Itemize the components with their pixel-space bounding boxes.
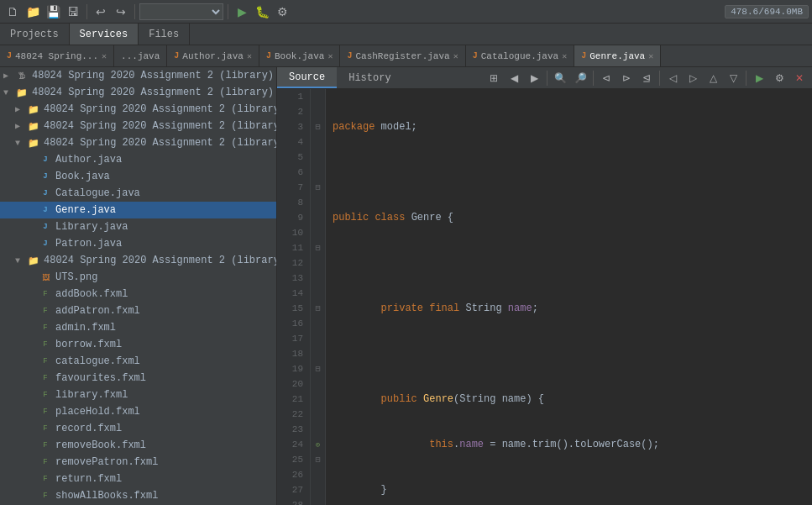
line-num: 24 (284, 437, 303, 452)
debug-button[interactable]: 🐛 (253, 3, 271, 21)
gutter-cell (311, 89, 325, 104)
list-item[interactable]: J Genre.java (0, 202, 276, 218)
find-prev-btn[interactable]: ⊴ (637, 69, 656, 87)
code-editor[interactable]: 1 2 3 4 5 6 7 8 9 10 11 12 13 14 15 16 1… (277, 89, 812, 505)
code-content[interactable]: package model; public class Genre { priv… (326, 89, 812, 505)
code-line: private final String name; (333, 301, 805, 316)
gutter-cell (311, 104, 325, 119)
gutter-cell-fold[interactable]: ⊟ (311, 361, 325, 376)
editor-area: Source History ⊞ ◀ ▶ 🔍 🔎 ⊲ ⊳ ⊴ ◁ ▷ △ (277, 67, 812, 505)
list-item[interactable]: F borrow.fxml (0, 336, 276, 353)
file-tab-project[interactable]: J 48024 Spring... ✕ (0, 45, 114, 66)
close-tab-genre[interactable]: ✕ (648, 51, 653, 61)
list-item[interactable]: F return.fxml (0, 471, 276, 487)
list-item[interactable]: J Author.java (0, 151, 276, 168)
tab-services[interactable]: Services (70, 24, 139, 45)
toggle-bookmarks-btn[interactable]: ⊞ (485, 69, 503, 87)
list-item[interactable]: F addPatron.fxml (0, 302, 276, 319)
save-button[interactable]: 💾 (44, 3, 62, 21)
gutter-cell (311, 497, 325, 505)
gutter-cell-fold[interactable]: ⊟ (311, 180, 325, 195)
list-item[interactable]: J Library.java (0, 218, 276, 235)
zoom-in-btn[interactable]: 🔍 (551, 69, 569, 87)
list-item[interactable]: J Patron.java (0, 235, 276, 252)
save-all-button[interactable]: 🖫 (64, 3, 82, 21)
file-tab-cashregister[interactable]: J CashRegister.java ✕ (340, 45, 465, 66)
nav-left-btn[interactable]: ◁ (663, 69, 682, 87)
gutter-cell-fold[interactable]: ⊟ (311, 301, 325, 316)
list-item[interactable]: ▶ 📁 48024 Spring 2020 Assignment 2 (libr… (0, 101, 276, 118)
new-button[interactable]: 🗋 (3, 3, 22, 21)
list-item[interactable]: F removePatron.fxml (0, 454, 276, 471)
nav-down-btn[interactable]: ▽ (724, 69, 742, 87)
nav-up-btn[interactable]: △ (704, 69, 722, 87)
close-tab-catalogue[interactable]: ✕ (562, 51, 567, 61)
gutter-cell (311, 422, 325, 437)
tree-item-label: record.fxml (55, 423, 122, 434)
line-num: 16 (284, 316, 303, 331)
list-item[interactable]: ▶ 🗜 48024 Spring 2020 Assignment 2 (libr… (0, 67, 276, 84)
tab-source[interactable]: Source (277, 67, 337, 88)
list-item[interactable]: F library.fxml (0, 387, 276, 403)
java-file-icon: J (39, 237, 52, 250)
list-item[interactable]: ▶ 📁 48024 Spring 2020 Assignment 2 (libr… (0, 118, 276, 134)
tab-history[interactable]: History (337, 67, 402, 88)
open-button[interactable]: 📁 (24, 3, 42, 21)
nav-right-btn[interactable]: ▷ (684, 69, 702, 87)
run-config-combo[interactable] (139, 3, 223, 20)
list-item[interactable]: F showAllBooks.fxml (0, 487, 276, 504)
find-btn[interactable]: ⊲ (597, 69, 616, 87)
list-item[interactable]: F removeBook.fxml (0, 437, 276, 454)
run-editor-btn[interactable]: ▶ (750, 69, 768, 87)
gutter-cell-fold[interactable]: ⊟ (311, 240, 325, 255)
tree-item-label: Patron.java (55, 238, 122, 250)
file-tab-dots[interactable]: ...java (114, 45, 167, 66)
list-item[interactable]: 🖼 UTS.png (0, 269, 276, 286)
gutter-cell (311, 271, 325, 286)
tab-files[interactable]: Files (139, 24, 190, 45)
file-tab-catalogue[interactable]: J Catalogue.java ✕ (466, 45, 574, 66)
file-tab-author[interactable]: J Author.java ✕ (167, 45, 259, 66)
list-item[interactable]: F favourites.fxml (0, 370, 276, 387)
build-button[interactable]: ⚙ (273, 3, 291, 21)
list-item[interactable]: ▼ 📁 48024 Spring 2020 Assignment 2 (libr… (0, 252, 276, 269)
run-button[interactable]: ▶ (233, 3, 251, 21)
close-editor-btn[interactable]: ✕ (790, 69, 809, 87)
list-item[interactable]: ▼ 📁 48024 Spring 2020 Assignment 2 (libr… (0, 134, 276, 151)
arrow-icon: ▶ (15, 104, 27, 114)
undo-button[interactable]: ↩ (92, 3, 110, 21)
gutter-cell-fold[interactable]: ⊟ (311, 452, 325, 467)
gutter-cell (311, 346, 325, 361)
line-num: 15 (284, 301, 303, 316)
settings-btn[interactable]: ⚙ (770, 69, 788, 87)
prev-btn[interactable]: ◀ (505, 69, 523, 87)
code-line (333, 255, 805, 271)
find-next-btn[interactable]: ⊳ (617, 69, 636, 87)
tab-projects[interactable]: Projects (0, 24, 70, 45)
list-item[interactable]: F record.fxml (0, 420, 276, 437)
file-tab-book[interactable]: J Book.java ✕ (259, 45, 340, 66)
gutter-cell (311, 255, 325, 271)
gutter-cell-fold[interactable]: ⊟ (311, 119, 325, 134)
code-line: this.name = name.trim().toLowerCase(); (333, 437, 805, 452)
redo-button[interactable]: ↪ (112, 3, 130, 21)
close-tab-author[interactable]: ✕ (247, 51, 252, 61)
fxml-icon: F (39, 371, 52, 385)
zoom-out-btn[interactable]: 🔎 (571, 69, 589, 87)
list-item[interactable]: F placeHold.fxml (0, 403, 276, 420)
folder-icon: 📁 (15, 86, 29, 99)
gutter-cell (311, 150, 325, 165)
close-tab-book[interactable]: ✕ (327, 51, 333, 61)
code-line: } (333, 482, 805, 497)
file-tab-genre[interactable]: J Genre.java ✕ (574, 45, 661, 66)
close-tab-0[interactable]: ✕ (102, 51, 107, 61)
next-btn[interactable]: ▶ (525, 69, 543, 87)
list-item[interactable]: F catalogue.fxml (0, 353, 276, 370)
list-item[interactable]: J Book.java (0, 168, 276, 185)
list-item[interactable]: ▼ 📁 48024 Spring 2020 Assignment 2 (libr… (0, 84, 276, 101)
close-tab-cashregister[interactable]: ✕ (453, 51, 458, 61)
list-item[interactable]: F addBook.fxml (0, 286, 276, 302)
list-item[interactable]: F admin.fxml (0, 319, 276, 336)
fxml-icon: F (39, 338, 52, 351)
list-item[interactable]: J Catalogue.java (0, 185, 276, 202)
